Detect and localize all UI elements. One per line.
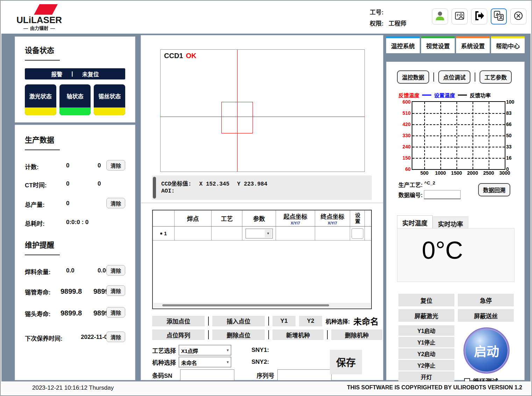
production-process-label: 生产工艺: bbox=[398, 182, 423, 188]
start-button[interactable]: 启动 bbox=[463, 327, 510, 374]
row-marker-icon bbox=[160, 232, 162, 235]
wire-status-lamp bbox=[94, 107, 125, 115]
legend-label: 反馈功率 bbox=[470, 91, 491, 99]
barcode-input[interactable] bbox=[180, 369, 234, 381]
wire-status-card[interactable]: 锡丝状态 bbox=[94, 84, 125, 115]
logout-icon bbox=[474, 11, 484, 22]
mask-wire-feed-button[interactable]: 屏蔽送丝 bbox=[458, 309, 514, 322]
cell-start-coord[interactable] bbox=[276, 227, 315, 240]
section-rule bbox=[25, 150, 60, 150]
ct-time-row: CT时间: 0 0 bbox=[25, 180, 125, 191]
user-avatar-button[interactable] bbox=[432, 8, 448, 25]
model-select[interactable]: 未命名▾ bbox=[179, 357, 231, 367]
clear-count-button[interactable]: 清除 bbox=[106, 160, 125, 171]
alarm-label: 报警 bbox=[51, 70, 62, 78]
language-button[interactable]: A文 bbox=[491, 8, 507, 25]
y2-start-button[interactable]: Y2启动 bbox=[398, 348, 454, 359]
header-parameter: 参数 bbox=[242, 210, 276, 226]
gridline bbox=[489, 102, 489, 169]
mask-laser-button[interactable]: 屏蔽激光 bbox=[398, 309, 454, 322]
data-backtrack-button[interactable]: 数据回溯 bbox=[478, 183, 510, 196]
tab-temperature-control[interactable]: 温控系统 bbox=[386, 36, 420, 53]
emergency-stop-button[interactable]: 急停 bbox=[458, 294, 514, 306]
point-buttons-row-2: 点位阵列 删除点位 新增机种 删除机种 bbox=[152, 329, 382, 340]
process-select[interactable]: X1点焊▾ bbox=[179, 345, 231, 355]
table-horizontal-scrollbar[interactable] bbox=[154, 303, 370, 308]
axis-tick-label: 83 bbox=[505, 110, 512, 116]
axis-tick-label: 330 bbox=[403, 133, 412, 138]
serial-input[interactable] bbox=[277, 369, 332, 381]
production-process-row: 生产工艺: ^C_2 bbox=[398, 180, 435, 189]
tin-tip-life-row: 锡头寿命: 9899.8 9899.8 清除 bbox=[25, 309, 125, 320]
tab-help-center[interactable]: 帮助中心 bbox=[491, 36, 525, 53]
id-card-button[interactable] bbox=[452, 8, 468, 25]
point-debug-button[interactable]: 点位调试 bbox=[438, 70, 470, 84]
cell-weld-point[interactable] bbox=[175, 227, 212, 240]
coord-y-value: Y 223.984 bbox=[237, 181, 267, 187]
header-process: 工艺 bbox=[212, 210, 242, 226]
row-settings-button[interactable] bbox=[352, 228, 363, 239]
sny2-label: SNY2: bbox=[251, 359, 269, 366]
divider bbox=[141, 203, 383, 203]
add-model-button[interactable]: 新增机种 bbox=[272, 329, 324, 340]
sny1-label: SNY1: bbox=[251, 347, 269, 354]
delete-model-button[interactable]: 删除机种 bbox=[331, 329, 382, 340]
axis-tick-label: 66 bbox=[505, 121, 512, 127]
temp-data-button[interactable]: 温控数据 bbox=[397, 70, 429, 84]
ccd-status: OK bbox=[186, 52, 196, 60]
total-output-row: 总产量: 0 清除 bbox=[25, 200, 125, 210]
insert-point-button[interactable]: 插入点位 bbox=[212, 316, 265, 326]
data-number-input[interactable] bbox=[424, 190, 461, 199]
clear-tin-tip-button[interactable]: 清除 bbox=[106, 307, 125, 318]
ccd-coordinate-box: CCD坐标值:X 152.345Y 223.984 AOI: bbox=[152, 175, 372, 200]
clear-maintenance-button[interactable]: 清除 bbox=[106, 332, 125, 342]
copyright-text: THIS SOFTWARE IS COPYRIGHTED BY ULIROBOT… bbox=[347, 384, 522, 391]
y1-button[interactable]: Y1 bbox=[272, 316, 296, 326]
table-row[interactable]: 1 ▾ bbox=[153, 227, 371, 241]
close-button[interactable] bbox=[510, 8, 526, 25]
process-param-button[interactable]: 工艺参数 bbox=[480, 70, 512, 84]
save-button[interactable]: 保存 bbox=[330, 350, 362, 374]
cell-end-coord[interactable] bbox=[315, 227, 350, 240]
y1-stop-button[interactable]: Y1停止 bbox=[398, 337, 454, 347]
ccd-viewport[interactable]: CCD1OK bbox=[160, 49, 365, 172]
separator bbox=[208, 317, 209, 326]
clear-total-output-button[interactable]: 清除 bbox=[106, 198, 125, 208]
axis-status-card[interactable]: 轴状态 bbox=[59, 84, 91, 115]
reset-button[interactable]: 复位 bbox=[398, 294, 454, 306]
count-value-2: 0 bbox=[98, 162, 101, 169]
light-on-button[interactable]: 开灯 bbox=[398, 371, 454, 382]
device-status-panel: 设备状态 报警 | 未复位 激光状态 轴状态 锡丝状态 bbox=[15, 36, 135, 123]
gridline bbox=[412, 147, 505, 147]
clear-solder-button[interactable]: 清除 bbox=[106, 265, 125, 276]
point-array-button[interactable]: 点位阵列 bbox=[152, 329, 205, 340]
header-weld-point: 焊点 bbox=[175, 210, 212, 226]
tab-system-settings[interactable]: 系统设置 bbox=[456, 36, 490, 53]
delete-point-button[interactable]: 删除点位 bbox=[212, 329, 265, 340]
add-point-button[interactable]: 添加点位 bbox=[152, 316, 205, 326]
cell-process[interactable] bbox=[212, 227, 242, 240]
y2-stop-button[interactable]: Y2停止 bbox=[398, 360, 454, 370]
axis-tick-label: 1500 bbox=[451, 169, 462, 176]
weld-points-table: 焊点 工艺 参数 起点坐标X/Y/7 终点坐标X/Y/7 设置 1 ▾ bbox=[152, 210, 372, 309]
laser-status-card[interactable]: 激光状态 bbox=[25, 84, 56, 115]
logout-button[interactable] bbox=[471, 8, 487, 25]
axis-tick-label: 600 bbox=[403, 99, 412, 105]
scrollbar-thumb[interactable] bbox=[162, 304, 329, 306]
y2-button[interactable]: Y2 bbox=[299, 316, 322, 326]
clear-tin-tube-button[interactable]: 清除 bbox=[106, 285, 125, 296]
axis-tick-label: 33 bbox=[505, 144, 512, 150]
tab-vision-settings[interactable]: 视觉设置 bbox=[421, 36, 455, 53]
datetime-text: 2023-12-21 10:16:12 Thursday bbox=[32, 384, 114, 391]
table-header-row: 焊点 工艺 参数 起点坐标X/Y/7 终点坐标X/Y/7 设置 bbox=[153, 210, 371, 227]
gridline bbox=[412, 136, 505, 136]
row-number: 1 bbox=[160, 230, 167, 236]
maintenance-title: 维护提醒 bbox=[25, 239, 125, 250]
axis-tick-label: 50 bbox=[505, 133, 512, 138]
tin-tube-life-value-1: 9899.8 bbox=[61, 287, 82, 296]
serial-label: 序列号 bbox=[257, 371, 275, 380]
y1-start-button[interactable]: Y1启动 bbox=[398, 325, 454, 336]
parameter-dropdown[interactable]: ▾ bbox=[246, 229, 273, 238]
status-cards: 激光状态 轴状态 锡丝状态 bbox=[25, 84, 125, 115]
header: ULiLASER 由力镭射 工号: 权限:工程师 bbox=[1, 1, 531, 34]
